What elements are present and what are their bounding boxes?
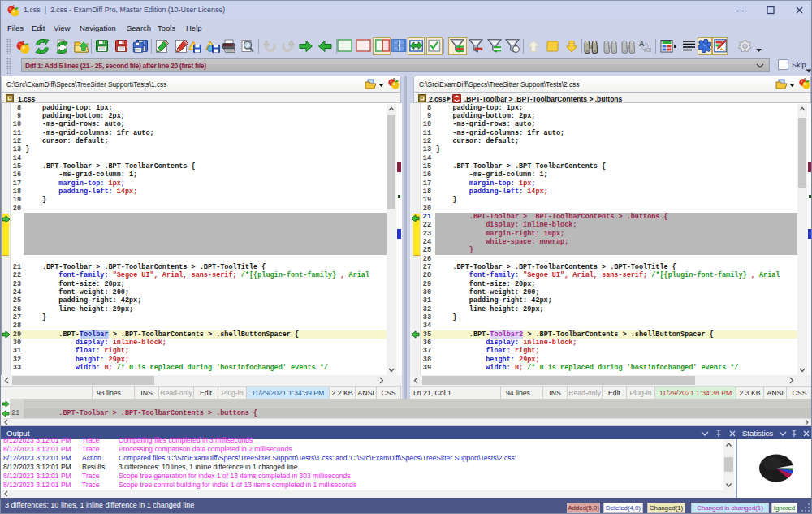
svg-text:AB: AB xyxy=(644,47,651,53)
